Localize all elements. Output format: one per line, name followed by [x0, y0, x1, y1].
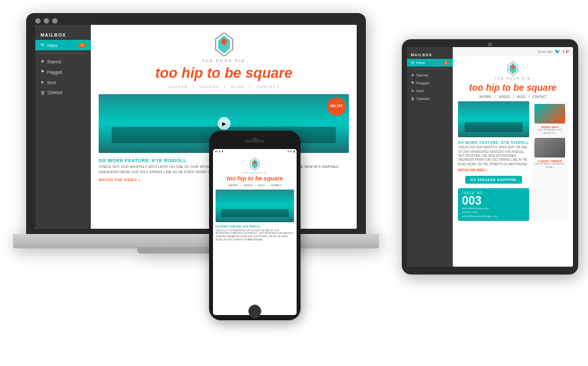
t-trash-icon: 🗑	[411, 97, 415, 101]
t-flagged-label: Flagged	[416, 81, 429, 85]
phone-status-bar: att ▲▼ 65% ▮	[213, 149, 297, 154]
email-headline: too hip to be square	[99, 65, 349, 81]
star-icon: ★	[41, 59, 44, 64]
play-button[interactable]: ▶	[218, 117, 231, 130]
nav-sep1: /	[193, 85, 195, 89]
flag-icon: ⚑	[41, 69, 44, 75]
t-nav-sep1: /	[495, 95, 495, 99]
flagged-label: Flagged	[47, 70, 63, 75]
p-hero-image	[216, 190, 294, 222]
p-headline: too hip to be square	[216, 176, 294, 182]
sent-label: Sent	[47, 80, 56, 85]
laptop-base	[13, 234, 379, 248]
pinterest-icon[interactable]: P	[566, 50, 569, 54]
tablet-sidebar-sent[interactable]: ➤ Sent	[407, 87, 453, 95]
t-main-content: DO WORK FEATURE: KYE RISDOLL CHECK OUT O…	[458, 101, 529, 220]
nav-sep3: /	[250, 85, 252, 89]
tablet-email-client: MAILBOX ✉ Inbox 9 ★ Starred ⚑ Flagged	[407, 47, 573, 267]
sidebar-item-deleted[interactable]: 🗑 Deleted	[35, 88, 91, 97]
p-nav-contact[interactable]: CONTACT	[270, 184, 282, 187]
tablet-mailbox-title: MAILBOX	[407, 51, 453, 59]
sent-icon: ➤	[41, 80, 44, 85]
tablet-share-bar: Share this: 🐦 f P	[453, 47, 573, 56]
tablet-sidebar: MAILBOX ✉ Inbox 9 ★ Starred ⚑ Flagged	[407, 47, 453, 267]
tablet-body: MAILBOX ✉ Inbox 9 ★ Starred ⚑ Flagged	[402, 39, 578, 274]
t-go-btn[interactable]: GO SNEAKER SHOPPING	[465, 176, 522, 184]
p-feature-title: DO WORK FEATURE: KYE RISDOLL	[216, 225, 294, 228]
nav-contact[interactable]: CONTACT	[257, 85, 280, 89]
brand-subtitle: · THE PUSH PIN ·	[99, 59, 349, 63]
tablet-sidebar-starred[interactable]: ★ Starred	[407, 71, 453, 79]
email-client: MAILBOX ✉ Inbox 9 ★ Starred ⚑ Flagged	[35, 25, 357, 229]
trash-icon: 🗑	[41, 90, 45, 95]
facebook-icon[interactable]: f	[563, 50, 564, 54]
tablet-sidebar-inbox[interactable]: ✉ Inbox 9	[407, 59, 453, 67]
sidebar-item-flagged[interactable]: ⚑ Flagged	[35, 67, 91, 77]
inbox-label: Inbox	[47, 43, 57, 48]
t-product-thumb-2	[534, 138, 565, 158]
phone-home-button[interactable]	[248, 305, 261, 318]
t-product-thumb-1	[534, 104, 565, 124]
p-nav-shoppe[interactable]: SHOPPE	[228, 184, 238, 187]
laptop-device: MAILBOX ✉ Inbox 9 ★ Starred ⚑ Flagged	[13, 13, 379, 274]
p-nav: SHOPPE / VIDEOS / BLOG / CONTACT	[216, 184, 294, 187]
sidebar-item-inbox[interactable]: ✉ Inbox 9	[35, 40, 91, 50]
t-nav-videos[interactable]: VIDEOS	[498, 95, 510, 99]
p-nav-blog[interactable]: BLOG	[258, 184, 265, 187]
dot-minimize	[44, 18, 49, 24]
t-sidebar-divider	[411, 69, 449, 69]
promo-badge: 20% OFF	[327, 97, 346, 116]
t-nav-shoppe[interactable]: SHOPPE	[479, 95, 491, 99]
twitter-icon[interactable]: 🐦	[555, 49, 561, 54]
t-inbox-label: Inbox	[416, 61, 425, 65]
push-pin-logo	[214, 33, 234, 56]
tablet-sidebar-deleted[interactable]: 🗑 Deleted	[407, 95, 453, 103]
tablet-headline: too hip to be square	[458, 83, 568, 93]
p-push-pin-logo	[250, 158, 260, 171]
promo-text: 20% OFF	[330, 105, 342, 108]
t-nav-contact[interactable]: CONTACT	[532, 95, 546, 99]
sidebar-divider	[41, 53, 86, 54]
p-nav-sep3: /	[267, 184, 268, 187]
t-hero-image	[458, 101, 529, 137]
tablet-camera	[488, 42, 492, 46]
dot-close	[35, 18, 41, 24]
deleted-label: Deleted	[48, 90, 62, 95]
email-nav: SHOPPE / VIDEOS / BLOG / CONTACT	[99, 85, 349, 89]
p-brand-subtitle: · THE PUSH PIN ·	[216, 172, 294, 175]
t-product-2: CLASSIC TRAINER SEE SPRING & FAVORITES F…	[534, 138, 565, 169]
t-brand-subtitle: · THE PUSH PIN ·	[458, 77, 568, 80]
p-nav-sep2: /	[255, 184, 255, 187]
laptop-screen-inner: MAILBOX ✉ Inbox 9 ★ Starred ⚑ Flagged	[35, 25, 357, 229]
nav-videos[interactable]: VIDEOS	[200, 85, 219, 89]
sidebar-item-starred[interactable]: ★ Starred	[35, 56, 91, 67]
phone-body: att ▲▼ 65% ▮ · THE PUSH PIN · too hip to…	[209, 131, 301, 320]
nav-blog[interactable]: BLOG	[231, 85, 245, 89]
nav-sep2: /	[224, 85, 226, 89]
mailbox-title: MAILBOX	[35, 30, 91, 40]
t-flag-icon: ⚑	[411, 81, 414, 85]
share-text: Share this:	[537, 50, 553, 54]
t-nav: SHOPPE / VIDEOS / BLOG / CONTACT	[458, 95, 568, 99]
laptop-window-controls	[35, 18, 57, 24]
phone-carrier: att ▲▼	[215, 150, 223, 153]
tablet-sidebar-flagged[interactable]: ⚑ Flagged	[407, 79, 453, 87]
t-feature-body: CHECK OUT OUR MONTHLY SPOTLIGHT ON ONE O…	[458, 146, 529, 166]
dot-maximize	[52, 18, 57, 24]
nav-shoppe[interactable]: SHOPPE	[168, 85, 188, 89]
t-issue-box: Issue No. 003 thesneakershoppe.com 510.5…	[458, 188, 529, 221]
t-watch-link[interactable]: WATCH THE VIDEO »	[458, 169, 529, 172]
t-nav-blog[interactable]: BLOG	[517, 95, 526, 99]
t-nav-sep3: /	[529, 95, 529, 99]
p-nav-videos[interactable]: VIDEOS	[244, 184, 252, 187]
t-nav-sep2: /	[513, 95, 514, 99]
t-star-icon: ★	[411, 73, 414, 77]
t-content-row: DO WORK FEATURE: KYE RISDOLL CHECK OUT O…	[458, 101, 568, 220]
phone-device: att ▲▼ 65% ▮ · THE PUSH PIN · too hip to…	[209, 131, 301, 320]
p-feature-body: CHECK OUT OUR MONTHLY SPOTLIGHT ON ONE O…	[216, 229, 294, 241]
t-sent-label: Sent	[416, 89, 423, 93]
sidebar-item-sent[interactable]: ➤ Sent	[35, 77, 91, 88]
t-deleted-label: Deleted	[417, 97, 429, 101]
tablet-screen: MAILBOX ✉ Inbox 9 ★ Starred ⚑ Flagged	[407, 47, 573, 267]
phone-screen: att ▲▼ 65% ▮ · THE PUSH PIN · too hip to…	[213, 149, 297, 315]
